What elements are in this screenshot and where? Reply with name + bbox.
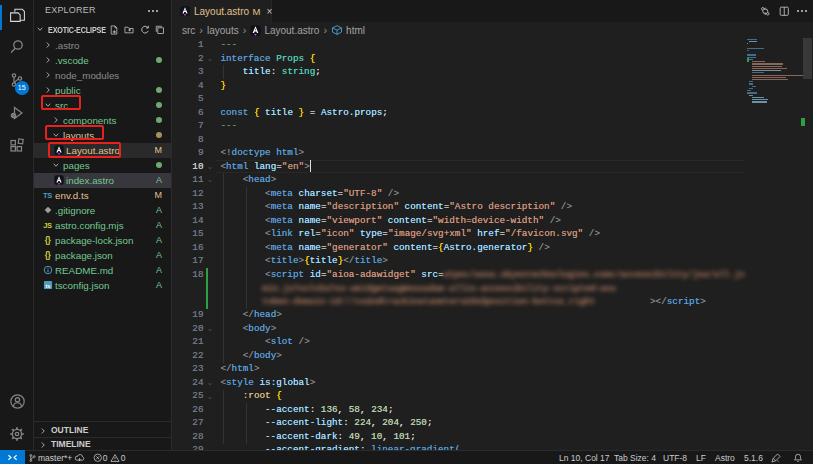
svg-text:ts: ts [45,283,50,289]
